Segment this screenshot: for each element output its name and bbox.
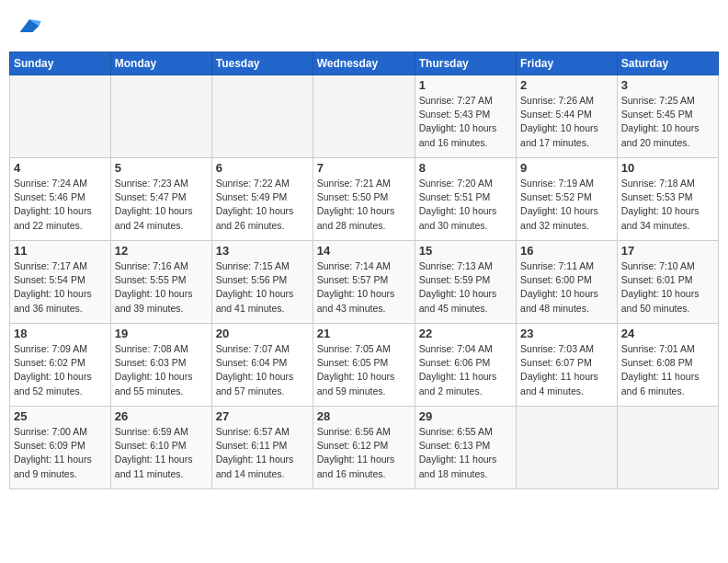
calendar-week-row: 11Sunrise: 7:17 AM Sunset: 5:54 PM Dayli… xyxy=(10,241,719,324)
day-info: Sunrise: 7:26 AM Sunset: 5:44 PM Dayligh… xyxy=(520,94,613,150)
day-info: Sunrise: 7:25 AM Sunset: 5:45 PM Dayligh… xyxy=(621,94,714,150)
day-info: Sunrise: 6:59 AM Sunset: 6:10 PM Dayligh… xyxy=(115,425,208,481)
day-info: Sunrise: 7:10 AM Sunset: 6:01 PM Dayligh… xyxy=(621,259,714,316)
calendar-cell: 6Sunrise: 7:22 AM Sunset: 5:49 PM Daylig… xyxy=(211,158,313,241)
day-number: 9 xyxy=(520,161,613,175)
calendar-cell: 8Sunrise: 7:20 AM Sunset: 5:51 PM Daylig… xyxy=(415,158,516,241)
calendar-cell: 9Sunrise: 7:19 AM Sunset: 5:52 PM Daylig… xyxy=(517,158,618,241)
calendar-cell: 22Sunrise: 7:04 AM Sunset: 6:06 PM Dayli… xyxy=(415,324,516,407)
day-number: 23 xyxy=(520,327,613,340)
calendar-cell xyxy=(617,407,718,489)
calendar-cell: 1Sunrise: 7:27 AM Sunset: 5:43 PM Daylig… xyxy=(415,75,516,158)
page-header xyxy=(9,9,719,46)
calendar-cell: 28Sunrise: 6:56 AM Sunset: 6:12 PM Dayli… xyxy=(313,407,415,489)
day-number: 19 xyxy=(115,327,208,340)
day-number: 10 xyxy=(621,161,714,175)
logo xyxy=(15,13,42,42)
day-info: Sunrise: 7:04 AM Sunset: 6:06 PM Dayligh… xyxy=(419,342,512,398)
calendar-cell: 16Sunrise: 7:11 AM Sunset: 6:00 PM Dayli… xyxy=(517,241,618,324)
calendar-cell: 26Sunrise: 6:59 AM Sunset: 6:10 PM Dayli… xyxy=(110,407,211,489)
calendar-cell: 11Sunrise: 7:17 AM Sunset: 5:54 PM Dayli… xyxy=(10,241,111,324)
day-info: Sunrise: 7:00 AM Sunset: 6:09 PM Dayligh… xyxy=(14,425,107,481)
calendar-cell: 18Sunrise: 7:09 AM Sunset: 6:02 PM Dayli… xyxy=(10,324,111,407)
day-number: 17 xyxy=(621,244,714,258)
day-of-week-header: Thursday xyxy=(415,52,516,75)
day-info: Sunrise: 7:27 AM Sunset: 5:43 PM Dayligh… xyxy=(419,94,512,150)
day-number: 12 xyxy=(115,244,208,258)
calendar-cell: 10Sunrise: 7:18 AM Sunset: 5:53 PM Dayli… xyxy=(617,158,718,241)
calendar-cell: 27Sunrise: 6:57 AM Sunset: 6:11 PM Dayli… xyxy=(211,407,313,489)
day-number: 7 xyxy=(317,161,411,175)
day-info: Sunrise: 7:05 AM Sunset: 6:05 PM Dayligh… xyxy=(317,342,411,398)
day-info: Sunrise: 7:08 AM Sunset: 6:03 PM Dayligh… xyxy=(115,342,208,398)
day-info: Sunrise: 7:13 AM Sunset: 5:59 PM Dayligh… xyxy=(419,259,512,316)
day-number: 22 xyxy=(419,327,512,340)
day-number: 1 xyxy=(419,78,512,92)
day-number: 16 xyxy=(520,244,613,258)
calendar-cell xyxy=(211,75,313,158)
calendar-week-row: 1Sunrise: 7:27 AM Sunset: 5:43 PM Daylig… xyxy=(10,75,719,158)
calendar-cell: 7Sunrise: 7:21 AM Sunset: 5:50 PM Daylig… xyxy=(313,158,415,241)
day-info: Sunrise: 7:22 AM Sunset: 5:49 PM Dayligh… xyxy=(216,177,309,233)
day-number: 14 xyxy=(317,244,411,258)
day-number: 3 xyxy=(621,78,714,92)
calendar-cell: 23Sunrise: 7:03 AM Sunset: 6:07 PM Dayli… xyxy=(517,324,618,407)
calendar-cell: 3Sunrise: 7:25 AM Sunset: 5:45 PM Daylig… xyxy=(617,75,718,158)
calendar-cell: 12Sunrise: 7:16 AM Sunset: 5:55 PM Dayli… xyxy=(110,241,211,324)
day-info: Sunrise: 7:17 AM Sunset: 5:54 PM Dayligh… xyxy=(14,259,107,316)
calendar-cell: 24Sunrise: 7:01 AM Sunset: 6:08 PM Dayli… xyxy=(617,324,718,407)
calendar-cell: 19Sunrise: 7:08 AM Sunset: 6:03 PM Dayli… xyxy=(110,324,211,407)
day-number: 21 xyxy=(317,327,411,340)
day-info: Sunrise: 6:55 AM Sunset: 6:13 PM Dayligh… xyxy=(419,425,512,481)
calendar-cell: 2Sunrise: 7:26 AM Sunset: 5:44 PM Daylig… xyxy=(517,75,618,158)
day-info: Sunrise: 7:03 AM Sunset: 6:07 PM Dayligh… xyxy=(520,342,613,398)
day-info: Sunrise: 7:16 AM Sunset: 5:55 PM Dayligh… xyxy=(115,259,208,316)
calendar-header-row: SundayMondayTuesdayWednesdayThursdayFrid… xyxy=(10,52,719,75)
calendar-cell xyxy=(110,75,211,158)
calendar-table: SundayMondayTuesdayWednesdayThursdayFrid… xyxy=(9,52,719,489)
day-number: 13 xyxy=(216,244,309,258)
calendar-cell: 21Sunrise: 7:05 AM Sunset: 6:05 PM Dayli… xyxy=(313,324,415,407)
day-of-week-header: Sunday xyxy=(10,52,111,75)
day-info: Sunrise: 7:23 AM Sunset: 5:47 PM Dayligh… xyxy=(115,177,208,233)
calendar-cell: 20Sunrise: 7:07 AM Sunset: 6:04 PM Dayli… xyxy=(211,324,313,407)
calendar-cell: 4Sunrise: 7:24 AM Sunset: 5:46 PM Daylig… xyxy=(10,158,111,241)
calendar-cell xyxy=(313,75,415,158)
logo-icon xyxy=(17,13,42,39)
day-info: Sunrise: 7:09 AM Sunset: 6:02 PM Dayligh… xyxy=(14,342,107,398)
calendar-cell: 15Sunrise: 7:13 AM Sunset: 5:59 PM Dayli… xyxy=(415,241,516,324)
day-info: Sunrise: 7:21 AM Sunset: 5:50 PM Dayligh… xyxy=(317,177,411,233)
calendar-cell: 14Sunrise: 7:14 AM Sunset: 5:57 PM Dayli… xyxy=(313,241,415,324)
day-info: Sunrise: 7:18 AM Sunset: 5:53 PM Dayligh… xyxy=(621,177,714,233)
day-info: Sunrise: 7:19 AM Sunset: 5:52 PM Dayligh… xyxy=(520,177,613,233)
day-info: Sunrise: 6:56 AM Sunset: 6:12 PM Dayligh… xyxy=(317,425,411,481)
day-info: Sunrise: 6:57 AM Sunset: 6:11 PM Dayligh… xyxy=(216,425,309,481)
day-number: 11 xyxy=(14,244,107,258)
day-number: 20 xyxy=(216,327,309,340)
day-of-week-header: Wednesday xyxy=(313,52,415,75)
calendar-cell: 29Sunrise: 6:55 AM Sunset: 6:13 PM Dayli… xyxy=(415,407,516,489)
day-number: 29 xyxy=(419,409,512,423)
day-of-week-header: Saturday xyxy=(617,52,718,75)
calendar-cell: 25Sunrise: 7:00 AM Sunset: 6:09 PM Dayli… xyxy=(10,407,111,489)
day-of-week-header: Tuesday xyxy=(211,52,313,75)
day-of-week-header: Friday xyxy=(517,52,618,75)
day-number: 6 xyxy=(216,161,309,175)
day-number: 5 xyxy=(115,161,208,175)
day-info: Sunrise: 7:24 AM Sunset: 5:46 PM Dayligh… xyxy=(14,177,107,233)
calendar-week-row: 25Sunrise: 7:00 AM Sunset: 6:09 PM Dayli… xyxy=(10,407,719,489)
day-info: Sunrise: 7:15 AM Sunset: 5:56 PM Dayligh… xyxy=(216,259,309,316)
day-number: 28 xyxy=(317,409,411,423)
day-number: 15 xyxy=(419,244,512,258)
calendar-cell xyxy=(10,75,111,158)
day-info: Sunrise: 7:14 AM Sunset: 5:57 PM Dayligh… xyxy=(317,259,411,316)
day-number: 18 xyxy=(14,327,107,340)
calendar-week-row: 18Sunrise: 7:09 AM Sunset: 6:02 PM Dayli… xyxy=(10,324,719,407)
calendar-cell: 5Sunrise: 7:23 AM Sunset: 5:47 PM Daylig… xyxy=(110,158,211,241)
day-info: Sunrise: 7:11 AM Sunset: 6:00 PM Dayligh… xyxy=(520,259,613,316)
day-number: 25 xyxy=(14,409,107,423)
calendar-cell xyxy=(517,407,618,489)
day-info: Sunrise: 7:01 AM Sunset: 6:08 PM Dayligh… xyxy=(621,342,714,398)
day-number: 4 xyxy=(14,161,107,175)
day-number: 8 xyxy=(419,161,512,175)
